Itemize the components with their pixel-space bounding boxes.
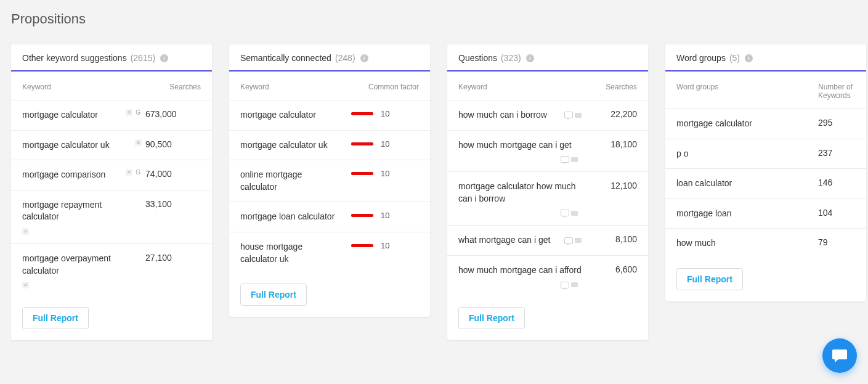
- featured-snippet-icon: [561, 210, 569, 216]
- table-row[interactable]: mortgage comparison≡G74,000: [11, 160, 212, 190]
- keyword-label: mortgage comparison: [22, 169, 105, 181]
- cards-row: Other keyword suggestions (2615) i Keywo…: [11, 44, 857, 340]
- common-factor-value: 10: [381, 241, 389, 250]
- col-word-groups: Word groups: [676, 83, 818, 100]
- table-row[interactable]: mortgage loan calculator10: [229, 202, 430, 232]
- keyword-label: how much can i borrow: [458, 109, 547, 121]
- keyword-label: mortgage overpayment calculator: [22, 253, 133, 277]
- table-row[interactable]: mortgage repayment calculator≡33,100: [11, 190, 212, 244]
- full-report-button[interactable]: Full Report: [458, 307, 525, 329]
- full-report-button[interactable]: Full Report: [240, 284, 307, 306]
- card-questions: Questions (323) i Keyword Searches how m…: [447, 44, 648, 340]
- bar-fill: [351, 214, 373, 217]
- searches-value: 27,100: [145, 253, 201, 263]
- table-row[interactable]: mortgage calculator uk10: [229, 131, 430, 161]
- table-row[interactable]: mortgage calculator10: [229, 100, 430, 131]
- col-searches: Searches: [145, 83, 201, 91]
- column-headers: Keyword Searches: [447, 71, 648, 100]
- table-row[interactable]: mortgage calculator295: [665, 109, 866, 139]
- word-group-label: p o: [676, 149, 688, 158]
- card-semantic: Semantically connected (248) i Keyword C…: [229, 44, 430, 317]
- searches-value: 673,000: [145, 109, 201, 119]
- table-row[interactable]: p o237: [665, 139, 866, 170]
- word-group-label: loan calculator: [676, 178, 732, 188]
- keyword-label: mortgage calculator how much can i borro…: [458, 181, 582, 205]
- table-row[interactable]: how much can i borrow22,200: [447, 100, 648, 131]
- bar-fill: [351, 172, 373, 175]
- common-factor-value: 10: [381, 109, 389, 118]
- table-row[interactable]: what mortgage can i get8,100: [447, 226, 648, 256]
- keyword-label: what mortgage can i get: [458, 234, 550, 247]
- card-count: (2615): [131, 53, 155, 63]
- searches-value: 6,600: [582, 264, 637, 274]
- column-headers: Keyword Common factor: [229, 71, 430, 100]
- card-title: Other keyword suggestions: [22, 53, 127, 63]
- snippet-icon: ≡: [135, 139, 142, 146]
- card-header[interactable]: Other keyword suggestions (2615) i: [11, 44, 212, 71]
- serp-tags: ≡G: [126, 109, 145, 116]
- column-headers: Word groups Number of Keywords: [665, 71, 866, 109]
- common-factor-value: 10: [381, 139, 389, 149]
- table-row[interactable]: house mortgage calculator uk10: [229, 232, 430, 274]
- table-row[interactable]: mortgage overpayment calculator≡27,100: [11, 244, 212, 297]
- table-row[interactable]: mortgage calculator≡G673,000: [11, 100, 212, 131]
- info-icon[interactable]: i: [360, 54, 368, 62]
- table-row[interactable]: how much mortgage can i get18,100: [447, 131, 648, 173]
- col-num-keywords: Number of Keywords: [818, 83, 855, 100]
- col-keyword: Keyword: [458, 83, 582, 91]
- searches-value: 18,100: [582, 139, 637, 149]
- info-icon[interactable]: i: [160, 54, 168, 62]
- snippet-icon: [571, 157, 578, 162]
- serp-tags: ≡: [22, 228, 145, 235]
- card-title: Questions: [458, 53, 497, 63]
- keyword-label: how much mortgage can i get: [458, 139, 572, 152]
- card-word-groups: Word groups (5) i Word groups Number of …: [665, 44, 866, 301]
- keyword-count-value: 104: [818, 208, 855, 218]
- info-icon[interactable]: i: [526, 54, 534, 62]
- table-row[interactable]: mortgage calculator how much can i borro…: [447, 172, 648, 226]
- serp-tags: ≡: [135, 139, 145, 146]
- bar-fill: [351, 142, 373, 145]
- table-row[interactable]: how much mortgage can i afford6,600: [447, 256, 648, 297]
- table-row[interactable]: how much79: [665, 229, 866, 258]
- snippet-icon: [575, 113, 582, 118]
- searches-value: 33,100: [145, 199, 201, 209]
- full-report-button[interactable]: Full Report: [22, 307, 89, 329]
- card-count: (248): [335, 53, 355, 63]
- column-headers: Keyword Searches: [11, 71, 212, 100]
- table-row[interactable]: loan calculator146: [665, 169, 866, 199]
- full-report-button[interactable]: Full Report: [676, 268, 743, 290]
- table-row[interactable]: online mortgage calculator10: [229, 160, 430, 202]
- card-header[interactable]: Questions (323) i: [447, 44, 648, 71]
- common-factor-bar: 10: [351, 211, 419, 220]
- card-title: Semantically connected: [240, 53, 331, 63]
- serp-tags: ≡: [22, 282, 145, 288]
- col-keyword: Keyword: [22, 83, 145, 91]
- featured-snippet-icon: [564, 237, 573, 244]
- searches-value: 90,500: [145, 139, 201, 149]
- google-icon: G: [134, 109, 142, 116]
- card-count: (5): [729, 53, 740, 63]
- keyword-label: mortgage loan calculator: [240, 211, 335, 223]
- word-group-label: mortgage calculator: [676, 118, 752, 128]
- featured-snippet-icon: [561, 282, 569, 288]
- serp-feature-icons: [561, 210, 578, 216]
- snippet-icon: ≡: [22, 282, 29, 288]
- card-header[interactable]: Word groups (5) i: [665, 44, 866, 71]
- keyword-label: mortgage calculator: [22, 109, 98, 121]
- chat-widget-button[interactable]: [822, 338, 857, 373]
- card-footer: Full Report: [11, 297, 212, 340]
- col-common-factor: Common factor: [351, 83, 419, 91]
- card-title: Word groups: [676, 53, 726, 63]
- card-header[interactable]: Semantically connected (248) i: [229, 44, 430, 71]
- info-icon[interactable]: i: [745, 54, 753, 62]
- table-row[interactable]: mortgage loan104: [665, 199, 866, 229]
- common-factor-value: 10: [381, 211, 389, 220]
- keyword-label: mortgage calculator uk: [22, 139, 110, 152]
- table-row[interactable]: mortgage calculator uk≡90,500: [11, 131, 212, 161]
- card-count: (323): [501, 53, 521, 63]
- keyword-count-value: 237: [818, 148, 855, 158]
- serp-feature-icons: [564, 112, 582, 118]
- searches-value: 74,000: [145, 169, 201, 179]
- col-searches: Searches: [582, 83, 637, 91]
